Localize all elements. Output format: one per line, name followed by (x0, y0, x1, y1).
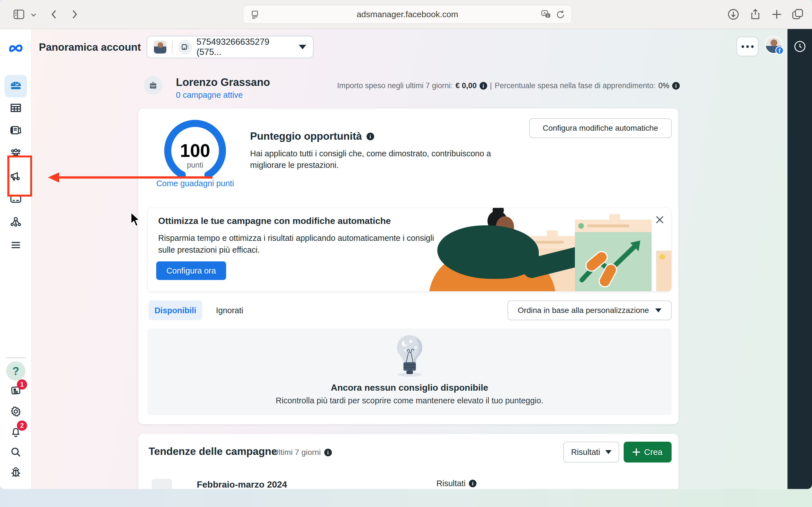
lightbulb-illustration (392, 333, 427, 378)
tab-ignored[interactable]: Ignorati (213, 300, 246, 320)
trends-info-icon[interactable] (324, 449, 332, 456)
trends-period: Ultimi 7 giorni (273, 448, 332, 457)
score-description: Hai applicato tutti i consigli che, come… (250, 148, 504, 171)
learning-label: Percentuale spesa nella fase di apprendi… (495, 81, 656, 90)
annotation-highlight-box (7, 156, 32, 196)
clock-icon[interactable] (793, 40, 807, 53)
spend-label: Importo speso negli ultimi 7 giorni: (337, 81, 453, 90)
account-selector[interactable]: 575493266635279 (575... (147, 36, 313, 58)
new-tab-icon[interactable] (770, 8, 783, 21)
spend-summary: Importo speso negli ultimi 7 giorni: € 0… (337, 81, 680, 90)
banner-close-icon[interactable] (654, 214, 665, 225)
mouse-cursor (129, 212, 141, 228)
sort-dropdown-label: Ordina in base alla personalizzazione (518, 306, 649, 315)
active-campaigns-link[interactable]: 0 campagne attive (176, 91, 243, 100)
score-card-title: Punteggio opportunità (250, 130, 374, 142)
sort-caret-icon (655, 308, 661, 313)
nav-account-overview-icon[interactable] (10, 80, 22, 93)
illustration-chart-window (575, 220, 652, 291)
left-nav: 1 2 (0, 29, 32, 489)
user-avatar[interactable] (765, 36, 782, 54)
spend-divider: | (490, 81, 492, 90)
help-button[interactable] (6, 361, 26, 381)
banner-illustration (437, 208, 671, 291)
campaign-row-label: Febbraio-marzo 2024 (197, 480, 287, 489)
svg-text:文: 文 (546, 14, 549, 17)
results-dropdown[interactable]: Risultati (563, 442, 619, 462)
score-title-text: Punteggio opportunità (250, 130, 362, 142)
campaign-row-thumbnail (152, 479, 172, 489)
trends-title: Tendenze delle campagne (149, 446, 277, 457)
browser-toolbar: adsmanager.facebook.com A文 (0, 0, 812, 29)
create-button-label: Crea (644, 447, 662, 457)
results-column-info-icon[interactable] (469, 480, 476, 487)
results-column-label: Risultati (437, 479, 465, 488)
spend-value: € 0,00 (456, 81, 477, 90)
illustration-window-right (656, 251, 672, 291)
account-selector-divider (172, 41, 172, 53)
page-title: Panoramica account (39, 41, 141, 53)
reader-view-icon[interactable] (250, 9, 260, 20)
banner-body: Risparmia tempo e ottimizza i risultati … (158, 232, 443, 256)
sidebar-toggle-icon[interactable] (12, 8, 26, 21)
url-text: adsmanager.facebook.com (357, 10, 458, 19)
spend-info-icon[interactable] (479, 82, 487, 90)
score-info-icon[interactable] (366, 133, 374, 140)
auto-rules-banner: Ottimizza le tue campagne con modifiche … (147, 208, 672, 291)
screen: adsmanager.facebook.com A文 (0, 0, 812, 507)
plus-icon (633, 448, 640, 456)
learning-info-icon[interactable] (672, 82, 680, 90)
business-briefcase-icon (144, 76, 162, 95)
campaign-trends-card: Tendenze delle campagne Ultimi 7 giorni … (138, 434, 678, 489)
empty-state-title: Ancora nessun consiglio disponibile (147, 383, 672, 393)
settings-gear-icon[interactable] (10, 405, 22, 418)
trends-period-label: Ultimi 7 giorni (273, 448, 321, 457)
configure-auto-rules-button[interactable]: Configura modifiche automatiche (529, 118, 672, 138)
results-caret-icon (605, 450, 612, 454)
account-avatar (154, 41, 166, 54)
learning-value: 0% (658, 81, 669, 90)
toolbar-chevron-down-icon[interactable] (29, 11, 38, 19)
main-content: Panoramica account 575493266635279 (575.… (32, 29, 788, 489)
browser-window: adsmanager.facebook.com A文 (0, 0, 812, 489)
score-value: 100 (161, 142, 229, 160)
nav-business-assets-icon[interactable] (10, 216, 22, 228)
reload-icon[interactable] (555, 9, 566, 20)
app-body: 1 2 Panoramica account (0, 29, 812, 489)
annotation-arrow (48, 172, 213, 182)
sort-dropdown[interactable]: Ordina in base alla personalizzazione (507, 300, 672, 320)
nav-campaigns-icon[interactable] (10, 102, 22, 114)
banner-title: Ottimizza le tue campagne con modifiche … (158, 216, 391, 226)
search-icon[interactable] (10, 446, 22, 458)
updates-badge: 1 (17, 379, 27, 390)
sidebar-divider (6, 357, 26, 358)
more-options-button[interactable] (737, 37, 758, 56)
ad-account-icon (178, 40, 192, 54)
account-caret-icon (299, 45, 306, 49)
configure-now-button[interactable]: Configura ora (156, 262, 226, 280)
nav-all-tools-icon[interactable] (10, 239, 22, 251)
right-panel-strip (788, 29, 812, 489)
opportunity-score-card: Configura modifiche automatiche 100 punt… (138, 108, 678, 424)
downloads-icon[interactable] (727, 8, 740, 21)
results-dropdown-label: Risultati (571, 448, 600, 457)
nav-ads-reporting-icon[interactable] (10, 124, 22, 137)
create-button[interactable]: Crea (624, 442, 672, 462)
tab-overview-icon[interactable] (791, 8, 804, 21)
empty-state-subtitle: Ricontrolla più tardi per scoprire come … (147, 396, 672, 405)
score-unit: punti (161, 161, 229, 170)
recommendations-empty-state: Ancora nessun consiglio disponibile Rico… (147, 328, 672, 415)
account-id: 575493266635279 (575... (197, 37, 292, 57)
share-icon[interactable] (749, 8, 762, 21)
notifications-badge: 2 (17, 420, 27, 431)
bug-report-icon[interactable] (10, 466, 22, 478)
facebook-badge-icon (775, 46, 784, 55)
translate-icon[interactable]: A文 (541, 9, 551, 20)
account-holder-name: Lorenzo Grassano (176, 76, 270, 89)
results-column-header: Risultati (437, 479, 476, 488)
back-button[interactable] (48, 8, 61, 21)
meta-logo[interactable] (8, 40, 23, 55)
url-bar[interactable]: adsmanager.facebook.com A文 (243, 5, 572, 24)
tab-available[interactable]: Disponibili (149, 300, 202, 320)
forward-button[interactable] (68, 8, 81, 21)
